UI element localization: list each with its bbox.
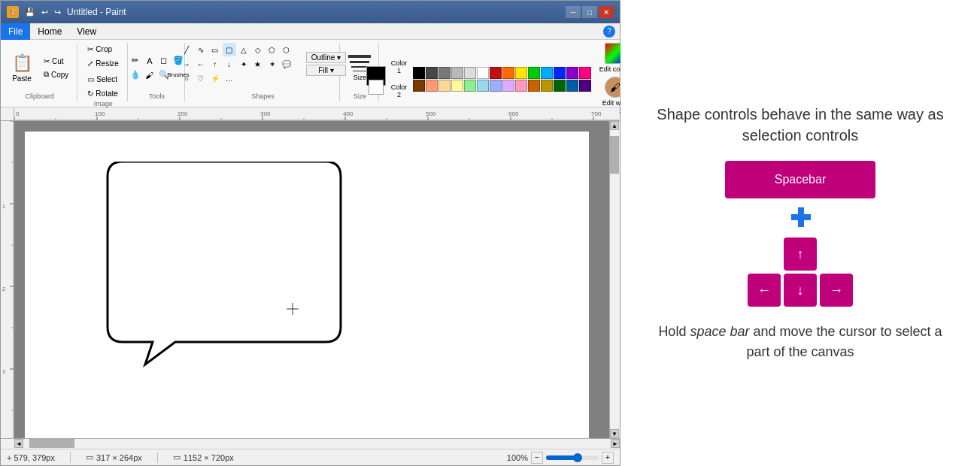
quick-redo-btn[interactable]: ↪ xyxy=(54,8,61,17)
color-cell[interactable] xyxy=(490,80,502,92)
vertical-scrollbar[interactable]: ▲ ▼ xyxy=(609,121,620,438)
shape-diamond[interactable]: ◇ xyxy=(251,43,265,56)
resize-button[interactable]: ⤢ Resize xyxy=(83,57,123,70)
paste-button[interactable]: 📋 Paste xyxy=(7,47,37,88)
crop-button[interactable]: ✂ Crop xyxy=(83,43,116,56)
scroll-thumb-v[interactable] xyxy=(610,136,619,174)
color-cell[interactable] xyxy=(502,80,514,92)
scroll-left-btn[interactable]: ◄ xyxy=(14,439,23,448)
color2-swatch[interactable] xyxy=(369,80,384,95)
palette-row-2 xyxy=(413,80,591,92)
select-button[interactable]: ▭ Select xyxy=(83,73,121,86)
separator-1 xyxy=(70,452,71,463)
shape-rect[interactable]: ▭ xyxy=(208,43,222,56)
close-button[interactable]: ✕ xyxy=(599,6,614,18)
color-cell[interactable] xyxy=(490,67,502,79)
color-cell[interactable] xyxy=(413,80,425,92)
color-cell[interactable] xyxy=(515,80,527,92)
color-cell[interactable] xyxy=(438,80,451,92)
canvas-scroll[interactable] xyxy=(14,121,609,438)
file-menu[interactable]: File xyxy=(1,23,30,40)
h-scroll-track[interactable]: ◄ ► xyxy=(14,439,620,449)
window-title: Untitled - Paint xyxy=(67,7,126,17)
arrow-left-key: ← xyxy=(748,274,781,307)
selection-size: ▭ 317 × 264px xyxy=(86,452,142,462)
ruler-top-row: 0 100 200 300 400 500 xyxy=(1,107,620,121)
color-cell[interactable] xyxy=(426,80,438,92)
shape-star5[interactable]: ★ xyxy=(251,57,265,71)
title-bar-icons: 🎨 xyxy=(7,6,19,18)
colors-content: Color 1 Color 2 xyxy=(366,43,632,115)
pencil-tool[interactable]: ✏ xyxy=(129,54,142,68)
rotate-button[interactable]: ↻ Rotate xyxy=(83,87,121,100)
ribbon: 📋 Paste ✂ Cut ⧉ Copy Clipboard xyxy=(1,40,620,107)
minimize-button[interactable]: ─ xyxy=(566,6,581,18)
color-cell[interactable] xyxy=(528,67,540,79)
color-cell[interactable] xyxy=(566,67,578,79)
shape-rounded-rect[interactable]: ▢ xyxy=(223,43,236,56)
shape-downarrow[interactable]: ↓ xyxy=(223,57,236,71)
scroll-right-btn[interactable]: ► xyxy=(611,439,620,448)
color-cell[interactable] xyxy=(464,80,476,92)
color-cell[interactable] xyxy=(515,67,527,79)
maximize-button[interactable]: □ xyxy=(582,6,597,18)
color-cell[interactable] xyxy=(477,67,489,79)
color-cell[interactable] xyxy=(451,80,463,92)
view-menu[interactable]: View xyxy=(69,23,104,40)
tools-content: ✏ A ◻ 🪣 💧 🖌 🔍 Brushes xyxy=(129,43,185,92)
color-cell[interactable] xyxy=(451,67,463,79)
eraser-tool[interactable]: ◻ xyxy=(157,54,171,68)
shape-triangle[interactable]: △ xyxy=(237,43,250,56)
shape-callout[interactable]: 💬 xyxy=(280,57,293,71)
spacebar-key: Spacebar xyxy=(725,161,875,198)
quick-save-btn[interactable]: 💾 xyxy=(25,8,35,17)
quick-undo-btn[interactable]: ↩ xyxy=(41,8,48,17)
title-bar: 🎨 💾 ↩ ↪ Untitled - Paint ─ □ ✕ xyxy=(1,1,620,23)
color-cell[interactable] xyxy=(464,67,476,79)
color-picker[interactable]: 💧 xyxy=(129,68,142,82)
color-cell[interactable] xyxy=(541,80,553,92)
scroll-up-btn[interactable]: ▲ xyxy=(610,121,619,130)
fill-button[interactable]: Fill ▾ xyxy=(306,65,346,76)
color-cell[interactable] xyxy=(477,80,489,92)
brush-tool[interactable]: 🖌 xyxy=(143,68,156,82)
zoom-slider[interactable] xyxy=(546,455,599,460)
color-cell[interactable] xyxy=(554,67,566,79)
color-cell[interactable] xyxy=(541,67,553,79)
scroll-thumb-h[interactable] xyxy=(29,439,74,448)
color-cell[interactable] xyxy=(579,67,591,79)
shape-ellipse[interactable]: ○ xyxy=(180,71,193,85)
zoom-in-btn[interactable]: + xyxy=(602,452,614,464)
color-cell[interactable] xyxy=(554,80,566,92)
outline-button[interactable]: Outline ▾ xyxy=(306,52,346,63)
text-tool[interactable]: A xyxy=(143,54,156,68)
shape-pentagon[interactable]: ⬠ xyxy=(265,43,279,56)
shape-more[interactable]: … xyxy=(223,71,236,85)
shape-rightarrow[interactable]: → xyxy=(180,57,193,71)
shape-curve[interactable]: ∿ xyxy=(194,43,208,56)
color-cell[interactable] xyxy=(528,80,540,92)
color-cell[interactable] xyxy=(502,67,514,79)
shape-leftarrow[interactable]: ← xyxy=(194,57,208,71)
shape-star4[interactable]: ✦ xyxy=(237,57,250,71)
shape-lightning[interactable]: ⚡ xyxy=(208,71,222,85)
shape-hexagon[interactable]: ⬡ xyxy=(280,43,293,56)
zoom-out-btn[interactable]: − xyxy=(531,452,543,464)
svg-text:600: 600 xyxy=(508,110,519,117)
color-cell[interactable] xyxy=(566,80,578,92)
cut-button[interactable]: ✂ Cut xyxy=(40,55,72,68)
copy-button[interactable]: ⧉ Copy xyxy=(40,68,72,81)
help-button[interactable]: ? xyxy=(603,26,615,38)
scroll-down-btn[interactable]: ▼ xyxy=(610,429,619,438)
color-cell[interactable] xyxy=(426,67,438,79)
color-cell[interactable] xyxy=(438,67,451,79)
zoom-thumb[interactable] xyxy=(573,453,582,462)
svg-text:100: 100 xyxy=(95,110,105,117)
shape-heart[interactable]: ♡ xyxy=(194,71,208,85)
color-cell[interactable] xyxy=(579,80,591,92)
home-menu[interactable]: Home xyxy=(30,23,69,40)
color-cell[interactable] xyxy=(413,67,425,79)
shape-uparrow[interactable]: ↑ xyxy=(208,57,222,71)
shape-line[interactable]: ╱ xyxy=(180,43,193,56)
shape-star6[interactable]: ✶ xyxy=(265,57,279,71)
